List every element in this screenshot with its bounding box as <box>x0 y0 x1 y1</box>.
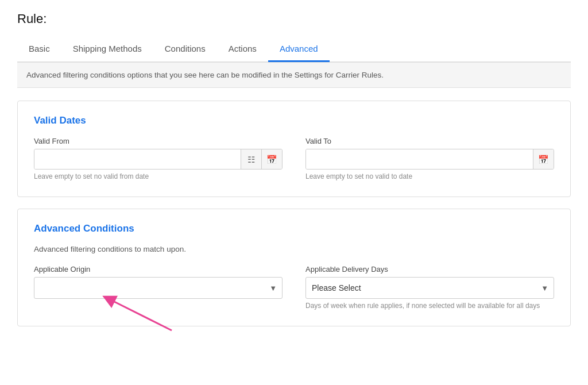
tab-basic[interactable]: Basic <box>17 37 61 62</box>
tab-shipping-methods[interactable]: Shipping Methods <box>61 37 153 62</box>
list-icon: ☷ <box>247 155 255 165</box>
tab-conditions[interactable]: Conditions <box>153 37 217 62</box>
valid-from-label: Valid From <box>34 137 283 145</box>
valid-to-group: Valid To 📅 Leave empty to set no valid t… <box>305 137 554 180</box>
applicable-origin-group: Applicable Origin ▼ <box>34 265 283 310</box>
applicable-origin-select[interactable] <box>34 277 283 299</box>
page-title: Rule: <box>17 11 571 26</box>
valid-from-group: Valid From ☷ 📅 Leave empty to set no val… <box>34 137 283 180</box>
applicable-delivery-days-select[interactable]: Please Select Monday Tuesday Wednesday T… <box>305 277 554 299</box>
tab-advanced[interactable]: Advanced <box>268 37 330 62</box>
delivery-days-hint: Days of week when rule applies, if none … <box>305 302 554 310</box>
valid-to-input-wrapper: 📅 <box>305 149 554 170</box>
valid-from-input-wrapper: ☷ 📅 <box>34 149 283 170</box>
applicable-delivery-days-label: Applicable Delivery Days <box>305 265 554 274</box>
valid-to-hint: Leave empty to set no valid to date <box>305 172 554 180</box>
valid-from-list-button[interactable]: ☷ <box>241 149 261 170</box>
tabs-bar: Basic Shipping Methods Conditions Action… <box>17 37 571 62</box>
valid-from-hint: Leave empty to set no valid from date <box>34 172 283 180</box>
valid-dates-card: Valid Dates Valid From ☷ 📅 Leave empty t… <box>17 101 571 197</box>
valid-dates-form-row: Valid From ☷ 📅 Leave empty to set no val… <box>34 137 554 180</box>
valid-dates-title: Valid Dates <box>34 115 554 126</box>
advanced-conditions-form-row: Applicable Origin ▼ <box>34 265 554 310</box>
advanced-conditions-card: Advanced Conditions Advanced filtering c… <box>17 209 571 326</box>
calendar-icon: 📅 <box>266 155 277 165</box>
applicable-origin-label: Applicable Origin <box>34 265 283 274</box>
svg-line-1 <box>109 299 172 330</box>
valid-to-label: Valid To <box>305 137 554 145</box>
valid-from-input[interactable] <box>34 149 241 169</box>
info-banner: Advanced filtering conditions options th… <box>17 62 571 88</box>
applicable-delivery-days-select-wrapper: Please Select Monday Tuesday Wednesday T… <box>305 277 554 299</box>
applicable-origin-select-wrapper: ▼ <box>34 277 283 299</box>
valid-from-calendar-button[interactable]: 📅 <box>261 149 282 170</box>
tab-actions[interactable]: Actions <box>217 37 268 62</box>
applicable-delivery-days-group: Applicable Delivery Days Please Select M… <box>305 265 554 310</box>
valid-to-input[interactable] <box>306 149 533 169</box>
calendar-icon-to: 📅 <box>538 155 549 165</box>
advanced-conditions-subtitle: Advanced filtering conditions to match u… <box>34 245 554 253</box>
valid-to-calendar-button[interactable]: 📅 <box>533 149 554 170</box>
advanced-conditions-title: Advanced Conditions <box>34 223 554 234</box>
